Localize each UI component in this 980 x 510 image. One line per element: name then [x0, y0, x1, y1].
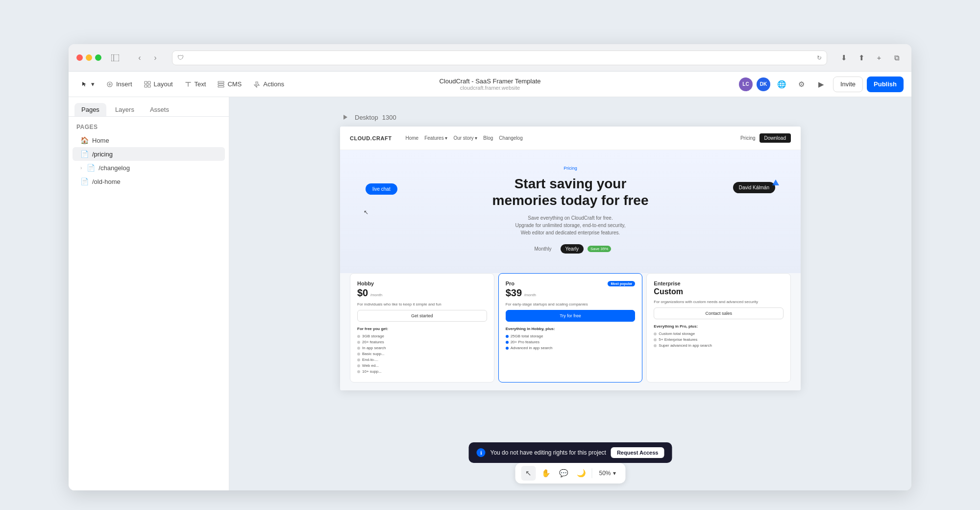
live-chat-bubble[interactable]: live chat	[366, 183, 397, 195]
browser-actions: ⬇ ⬆ + ⧉	[837, 51, 904, 65]
nav-pricing-link[interactable]: Pricing	[740, 135, 756, 141]
svg-rect-9	[218, 81, 224, 83]
feature-dot	[357, 370, 360, 373]
toolbar-right: LC DK 🌐 ⚙ ▶ Invite Publish	[629, 76, 904, 92]
forward-button[interactable]: ›	[148, 51, 162, 65]
sidebar-item-pricing[interactable]: 📄 /pricing	[73, 147, 225, 161]
insert-button[interactable]: Insert	[101, 76, 137, 92]
play-button[interactable]: ▶	[813, 76, 829, 92]
pricing-page-label: /pricing	[92, 151, 113, 158]
close-button[interactable]	[76, 54, 83, 61]
pointer-tool-button[interactable]: ▾	[76, 76, 99, 92]
globe-button[interactable]: 🌐	[774, 76, 790, 92]
invite-button[interactable]: Invite	[833, 76, 863, 92]
preview-play-button[interactable]	[340, 112, 351, 123]
maximize-button[interactable]	[95, 54, 101, 61]
pages-section-title: Pages	[69, 117, 229, 133]
comment-tool-button[interactable]: 💬	[556, 466, 571, 481]
publish-button[interactable]: Publish	[867, 76, 904, 92]
hobby-feature-5: End-to-...	[357, 357, 487, 362]
old-home-page-label: /old-home	[92, 178, 121, 185]
request-access-button[interactable]: Request Access	[611, 447, 664, 458]
main-content: Pages Layers Assets Pages 🏠 Home 📄 /pric…	[69, 97, 911, 490]
feature-dot	[506, 341, 509, 344]
hobby-feature-7: 10+ supp...	[357, 369, 487, 374]
notification-info-icon: ℹ	[477, 448, 486, 457]
canvas-area[interactable]: Desktop 1300 CLOUD.CRAFT Home Features ▾…	[229, 97, 911, 490]
tabs-icon[interactable]: ⧉	[890, 51, 904, 65]
pointer-chevron: ▾	[91, 80, 95, 88]
text-label: Text	[195, 80, 206, 88]
download-icon[interactable]: ⬇	[837, 51, 851, 65]
sidebar-item-changelog[interactable]: › 📄 /changelog	[73, 161, 225, 175]
hero-title: Start saving your memories today for fre…	[350, 176, 791, 208]
tab-pages[interactable]: Pages	[74, 103, 106, 116]
tab-layers[interactable]: Layers	[108, 103, 141, 116]
changelog-page-label: /changelog	[98, 164, 130, 172]
pro-price: $39 /month	[506, 287, 636, 299]
pricing-card-hobby: Hobby $0 /month For individuals who like…	[350, 273, 494, 382]
text-button[interactable]: Text	[180, 76, 211, 92]
monthly-toggle[interactable]: Monthly	[530, 244, 557, 254]
david-bubble[interactable]: David Kálmán	[733, 182, 775, 193]
sidebar-tabs: Pages Layers Assets	[69, 97, 229, 117]
share-icon[interactable]: ⬆	[855, 51, 868, 65]
pro-feature-2: 20+ Pro features	[506, 340, 636, 344]
nav-link-changelog[interactable]: Changelog	[499, 135, 522, 141]
nav-link-features[interactable]: Features ▾	[424, 135, 447, 141]
feature-dot	[357, 335, 360, 338]
toolbar-left: ▾ Insert Layout	[76, 76, 351, 92]
pricing-card-pro: Pro Most popular $39 /month For early-st…	[498, 273, 643, 382]
pricing-tag: Pricing	[350, 166, 791, 171]
sidebar-toggle-button[interactable]	[111, 52, 125, 63]
address-input[interactable]	[188, 54, 813, 61]
feature-dot	[506, 335, 509, 338]
feature-dot	[357, 341, 360, 344]
sidebar-item-old-home[interactable]: 📄 /old-home	[73, 175, 225, 188]
enterprise-cta-button[interactable]: Contact sales	[654, 307, 784, 319]
sidebar-item-home[interactable]: 🏠 Home	[73, 133, 225, 147]
zoom-control[interactable]: 50% ▾	[595, 468, 619, 479]
back-button[interactable]: ‹	[133, 51, 147, 65]
nav-link-ourstory[interactable]: Our story ▾	[453, 135, 477, 141]
hand-tool-button[interactable]: ✋	[539, 466, 553, 481]
browser-nav: ‹ ›	[133, 51, 162, 65]
cms-button[interactable]: CMS	[213, 76, 246, 92]
actions-label: Actions	[263, 80, 284, 88]
traffic-lights	[76, 54, 101, 61]
nav-link-blog[interactable]: Blog	[483, 135, 493, 141]
nav-download-button[interactable]: Download	[760, 133, 791, 143]
hobby-desc: For individuals who like to keep it simp…	[357, 302, 487, 307]
avatar-dk[interactable]: DK	[757, 77, 770, 91]
dark-mode-button[interactable]: 🌙	[574, 466, 588, 481]
save-badge: Save 35%	[588, 246, 611, 252]
site-nav-links: Home Features ▾ Our story ▾ Blog Changel…	[405, 135, 732, 141]
layout-button[interactable]: Layout	[139, 76, 178, 92]
hobby-feature-2: 20+ features	[357, 340, 487, 344]
hobby-cta-button[interactable]: Get started	[357, 310, 487, 322]
site-nav: CLOUD.CRAFT Home Features ▾ Our story ▾ …	[340, 127, 801, 150]
yearly-toggle[interactable]: Yearly	[561, 244, 584, 254]
hobby-features-title: For free you get:	[357, 327, 487, 331]
nav-link-home[interactable]: Home	[405, 135, 418, 141]
feature-dot	[357, 358, 360, 361]
new-tab-icon[interactable]: +	[872, 51, 886, 65]
minimize-button[interactable]	[86, 54, 92, 61]
cursor-tool-button[interactable]: ↖	[521, 466, 536, 481]
pro-cta-button[interactable]: Try for free	[506, 310, 636, 322]
svg-rect-11	[218, 86, 224, 87]
enterprise-feature-3: Super advanced in app search	[654, 343, 784, 348]
pricing-page-icon: 📄	[80, 150, 88, 158]
feature-dot	[357, 347, 360, 350]
hobby-price: $0 /month	[357, 287, 487, 299]
settings-button[interactable]: ⚙	[794, 76, 809, 92]
actions-button[interactable]: Actions	[248, 76, 289, 92]
avatar-lc[interactable]: LC	[739, 77, 753, 91]
site-nav-right: Pricing Download	[740, 133, 791, 143]
refresh-icon[interactable]: ↻	[817, 54, 822, 61]
hobby-plan-name: Hobby	[357, 280, 487, 286]
hero-subtitle: Save everything on CloudCraft for free. …	[350, 214, 791, 236]
svg-rect-8	[148, 85, 150, 87]
tab-assets[interactable]: Assets	[143, 103, 176, 116]
layout-label: Layout	[154, 80, 173, 88]
